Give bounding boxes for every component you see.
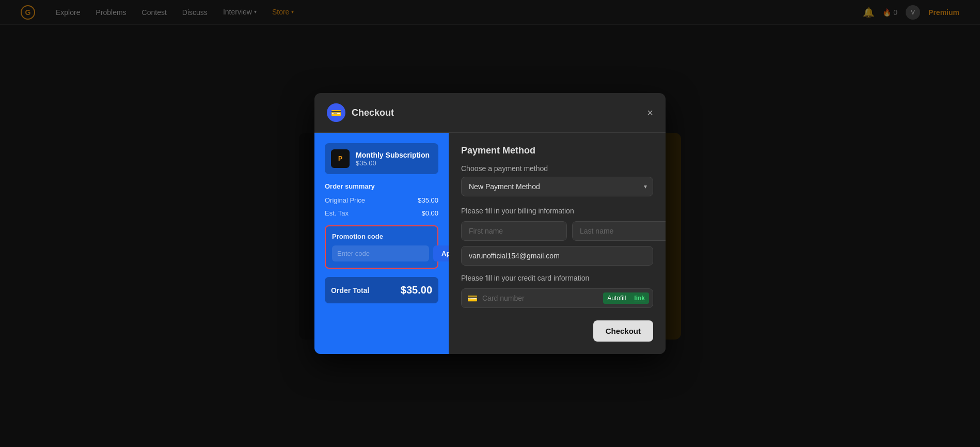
close-button[interactable]: × [647,107,653,118]
order-total-row: Order Total $35.00 [325,277,438,303]
order-total-label: Order Total [331,286,369,295]
autofill-link[interactable]: link [630,292,649,304]
promo-input-row: Apply [332,245,431,261]
promo-title: Promotion code [332,233,431,240]
payment-method-title: Payment Method [461,145,653,156]
original-price-label: Original Price [325,196,365,204]
credit-card-icon: 💳 [467,294,478,303]
name-row [461,221,653,241]
promotion-section: Promotion code Apply [325,225,438,269]
subscription-name: Monthly Subscription [356,151,430,159]
premium-sub-icon: P [331,149,350,168]
first-name-input[interactable] [461,221,567,241]
est-tax-label: Est. Tax [325,209,349,217]
order-total-value: $35.00 [401,284,432,296]
checkout-modal: 💳 Checkout × P Monthly Subscription $35.… [314,93,666,354]
payment-select-wrapper: New Payment Method ▾ [461,177,653,196]
credit-card-title: Please fill in your credit card informat… [461,274,653,282]
modal-overlay: 💳 Checkout × P Monthly Subscription $35.… [0,0,980,447]
original-price-value: $35.00 [418,196,438,204]
order-summary-title: Order summary [325,182,438,190]
autofill-badge: Autofill link [603,292,649,304]
autofill-text: Autofill [603,292,630,304]
modal-title: Checkout [352,107,394,118]
subscription-item: P Monthly Subscription $35.00 [325,143,438,174]
modal-body: P Monthly Subscription $35.00 Order summ… [314,133,666,354]
payment-method-select[interactable]: New Payment Method [461,177,653,196]
card-input-wrapper: 💳 Autofill link [461,288,653,308]
left-panel: P Monthly Subscription $35.00 Order summ… [314,133,449,354]
choose-payment-label: Choose a payment method [461,164,653,173]
checkout-button[interactable]: Checkout [593,320,653,342]
modal-header: 💳 Checkout × [314,93,666,133]
last-name-input[interactable] [572,221,666,241]
email-input[interactable] [461,246,653,266]
subscription-info: Monthly Subscription $35.00 [356,151,430,167]
billing-info-title: Please fill in your billing information [461,207,653,215]
subscription-price: $35.00 [356,159,430,167]
original-price-row: Original Price $35.00 [325,196,438,204]
est-tax-row: Est. Tax $0.00 [325,209,438,217]
promo-code-input[interactable] [332,245,429,261]
checkout-icon: 💳 [327,103,345,122]
right-panel: Payment Method Choose a payment method N… [449,133,666,354]
est-tax-value: $0.00 [421,209,438,217]
